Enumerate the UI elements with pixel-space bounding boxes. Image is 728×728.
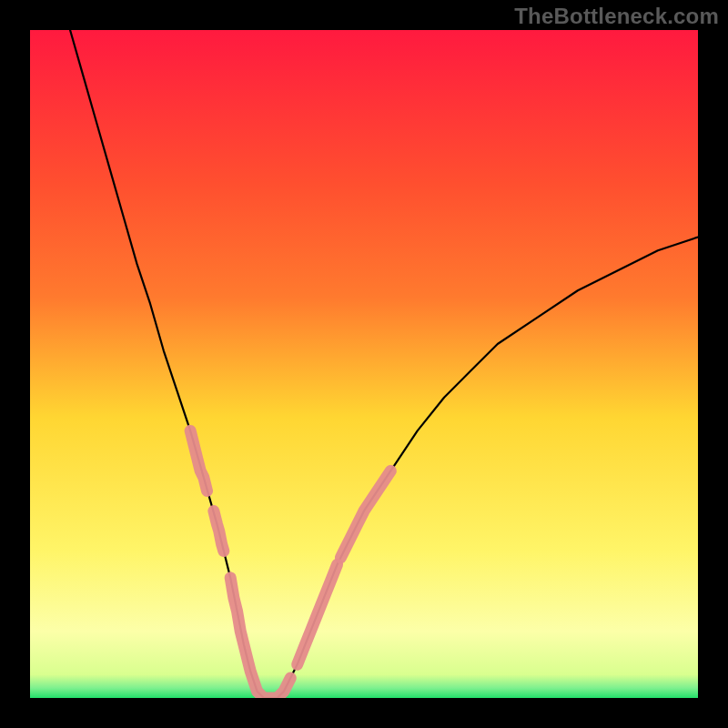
chart-svg [30,30,698,698]
plot-area [30,30,698,698]
gradient-background [30,30,698,698]
watermark-text: TheBottleneck.com [514,4,719,29]
chart-frame: TheBottleneck.com [0,0,728,728]
